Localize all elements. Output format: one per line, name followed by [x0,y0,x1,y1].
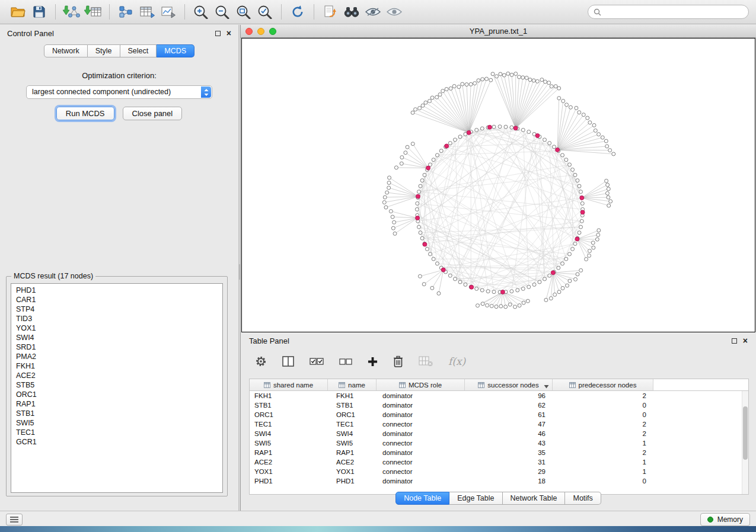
float-panel-icon[interactable] [215,31,221,36]
mcds-result-item[interactable]: TID3 [11,314,222,323]
table-row[interactable]: FKH1FKH1dominator962 [250,391,742,400]
table-row[interactable]: SWI5SWI5connector431 [250,438,742,448]
close-panel-icon[interactable]: × [227,30,231,36]
close-table-panel-icon[interactable]: × [743,338,748,344]
column-type-icon [569,382,576,388]
column-header-predecessor-nodes[interactable]: predecessor nodes [553,379,653,390]
column-label: MCDS role [409,382,442,389]
network-canvas[interactable] [241,38,755,332]
tab-motifs[interactable]: Motifs [565,492,601,505]
criterion-dropdown[interactable]: largest connected component (undirected) [26,85,212,99]
table-row[interactable]: TEC1TEC1connector472 [250,419,742,429]
function-builder-button[interactable]: f(x) [448,353,465,370]
mcds-result-item[interactable]: PHD1 [11,286,222,295]
zoom-in-button[interactable] [190,2,212,21]
save-session-button[interactable] [28,2,50,21]
new-table-button[interactable] [136,2,158,21]
mcds-role-cell: connector [377,468,465,475]
zoom-selected-button[interactable] [254,2,276,21]
predecessor-nodes-cell: 2 [553,421,653,428]
fx-icon: f(x) [448,355,465,367]
toolbar-separator [109,4,110,20]
zoom-fit-button[interactable] [233,2,254,21]
column-header-name[interactable]: name [328,379,377,390]
unselect-all-columns-button[interactable] [339,353,352,370]
table-row[interactable]: ACE2ACE2connector311 [250,457,742,467]
application-window: Control Panel × Network Style Select MCD… [0,0,756,527]
mcds-result-list[interactable]: PHD1CAR1STP4TID3YOX1SWI4SRD1PMA2FKH1ACE2… [11,283,223,493]
search-field[interactable] [588,5,749,19]
successor-nodes-cell: 31 [465,459,553,466]
mcds-result-item[interactable]: TEC1 [11,428,222,437]
binoculars-icon [344,7,359,17]
memory-button[interactable]: Memory [700,513,750,526]
zoom-out-button[interactable] [212,2,233,21]
float-table-panel-icon[interactable] [732,338,737,344]
mcds-result-item[interactable]: SWI5 [11,418,222,428]
share-document-button[interactable] [320,2,341,21]
mcds-result-item[interactable]: CAR1 [11,295,222,305]
graphics-details-button[interactable] [362,2,384,21]
table-settings-button[interactable] [255,353,267,370]
run-mcds-button[interactable]: Run MCDS [56,107,114,120]
birds-eye-view-button[interactable] [384,2,405,21]
export-image-icon [161,5,176,18]
delete-column-button[interactable] [393,353,403,370]
create-column-button[interactable] [368,353,378,370]
mcds-result-item[interactable]: PMA2 [11,352,222,361]
close-window-icon[interactable] [245,28,253,35]
import-network-button[interactable] [61,2,82,21]
successor-nodes-cell: 43 [465,440,553,447]
tab-style[interactable]: Style [88,44,120,57]
maximize-window-icon[interactable] [269,28,276,35]
export-image-button[interactable] [158,2,179,21]
table-scrollbar[interactable] [742,391,748,494]
column-header-mcds-role[interactable]: MCDS role [377,379,465,390]
tab-select[interactable]: Select [120,44,157,57]
delete-table-button[interactable] [419,353,433,370]
mcds-result-item[interactable]: GCR1 [11,437,222,447]
import-table-button[interactable] [82,2,104,21]
table-scrollbar-thumb[interactable] [743,406,748,460]
column-header-shared-name[interactable]: shared name [250,379,328,390]
select-all-columns-button[interactable] [310,353,324,370]
table-row[interactable]: STB1STB1dominator620 [250,400,742,410]
table-row[interactable]: RAP1RAP1dominator352 [250,448,742,457]
memory-status-icon [707,517,713,523]
tab-edge-table[interactable]: Edge Table [449,492,502,505]
show-columns-button[interactable] [282,353,294,370]
tab-network[interactable]: Network [44,44,88,57]
search-input[interactable] [605,8,743,16]
mcds-result-item[interactable]: ORC1 [11,390,222,399]
table-row[interactable]: ORC1ORC1dominator610 [250,410,742,419]
open-file-button[interactable] [7,2,28,21]
predecessor-nodes-cell: 2 [553,430,653,437]
network-window-titlebar[interactable]: YPA_prune.txt_1 [241,25,756,38]
mcds-result-item[interactable]: RAP1 [11,399,222,409]
table-row[interactable]: YOX1YOX1connector291 [250,467,742,476]
table-row[interactable]: SWI4SWI4dominator462 [250,429,742,438]
refresh-button[interactable] [287,2,308,21]
minimize-window-icon[interactable] [257,28,264,35]
new-network-button[interactable] [115,2,136,21]
graphics-details-eye-icon [365,7,381,17]
find-button[interactable] [341,2,362,21]
table-row[interactable]: PHD1PHD1dominator180 [250,476,742,486]
mcds-result-item[interactable]: STP4 [11,305,222,314]
column-header-successor-nodes[interactable]: successor nodes [465,379,553,390]
mcds-result-item[interactable]: YOX1 [11,323,222,333]
close-panel-button[interactable]: Close panel [123,107,183,120]
mcds-result-item[interactable]: FKH1 [11,361,222,371]
mcds-result-item[interactable]: ACE2 [11,371,222,380]
mcds-result-item[interactable]: SRD1 [11,342,222,352]
splitter-handle-icon[interactable] [239,264,240,280]
show-task-history-button[interactable] [6,514,23,525]
network-view-window: YPA_prune.txt_1 [241,25,756,334]
mcds-result-item[interactable]: STB5 [11,380,222,390]
mcds-result-item[interactable]: STB1 [11,409,222,418]
tab-mcds[interactable]: MCDS [157,44,194,57]
tab-node-table[interactable]: Node Table [395,492,449,505]
sort-descending-icon[interactable] [544,383,549,390]
mcds-result-item[interactable]: SWI4 [11,333,222,342]
tab-network-table[interactable]: Network Table [503,492,566,505]
